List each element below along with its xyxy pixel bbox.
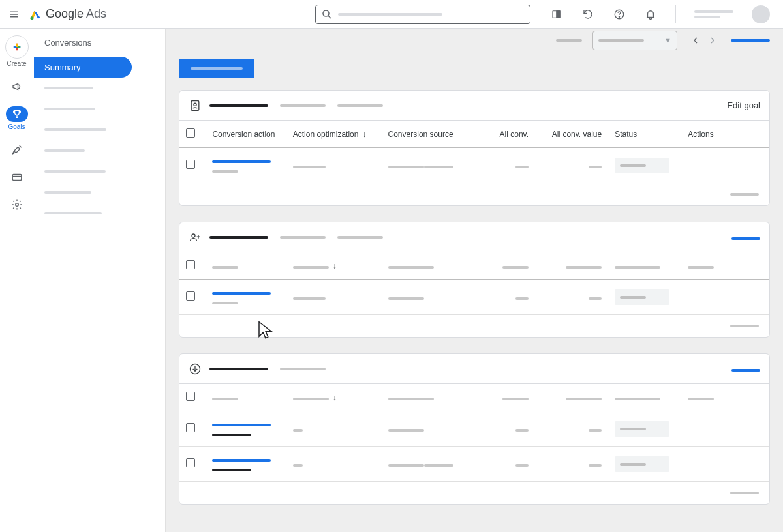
card-tab[interactable] xyxy=(337,236,383,239)
new-conversion-button[interactable] xyxy=(179,59,254,78)
breadcrumb: Conversions xyxy=(34,29,165,57)
conv-value-cell xyxy=(535,148,608,183)
conv-value-cell xyxy=(535,280,608,315)
search-icon xyxy=(321,8,333,20)
conversion-action-cell[interactable] xyxy=(206,148,286,183)
col-header[interactable]: ↓ xyxy=(286,384,382,411)
rail-goals[interactable]: Goals xyxy=(6,106,28,130)
bell-icon[interactable] xyxy=(644,8,657,21)
card-tab-active[interactable] xyxy=(209,104,268,107)
rail-tools[interactable] xyxy=(6,142,28,158)
status-cell xyxy=(608,148,681,183)
toolbar-link[interactable] xyxy=(731,39,770,42)
col-header[interactable] xyxy=(382,252,462,280)
edit-goal-link[interactable]: Edit goal xyxy=(727,100,760,110)
col-header[interactable] xyxy=(608,252,681,280)
sidebar-item[interactable] xyxy=(34,203,165,224)
col-header[interactable]: All conv. value xyxy=(535,121,608,148)
source-cell xyxy=(382,148,462,183)
sidebar-item-summary[interactable]: Summary xyxy=(34,57,132,78)
menu-icon[interactable] xyxy=(7,7,22,22)
rail-admin[interactable] xyxy=(6,197,28,213)
date-range-selector[interactable]: ▼ xyxy=(592,31,677,50)
rail-campaigns[interactable] xyxy=(6,79,28,95)
main-content: ▼ Edit goalConversion actionAction optim… xyxy=(166,29,783,532)
col-header[interactable] xyxy=(535,384,608,411)
col-header[interactable] xyxy=(206,384,286,411)
goal-card: Edit goalConversion actionAction optimiz… xyxy=(179,90,770,206)
sidebar-item[interactable] xyxy=(34,119,165,140)
optimization-cell xyxy=(286,447,382,482)
checkbox-all[interactable] xyxy=(186,392,195,401)
card-tab-active[interactable] xyxy=(209,236,268,239)
card-header-link[interactable] xyxy=(731,364,760,374)
all-conv-cell xyxy=(462,411,535,447)
all-conv-cell xyxy=(462,280,535,315)
col-header[interactable] xyxy=(382,384,462,411)
col-header[interactable] xyxy=(681,252,769,280)
checkbox-row[interactable] xyxy=(186,458,195,467)
search-input[interactable] xyxy=(315,5,530,24)
sidebar-item[interactable] xyxy=(34,161,165,182)
col-header[interactable] xyxy=(608,384,681,411)
sort-arrow-icon: ↓ xyxy=(362,130,366,139)
checkbox-row[interactable] xyxy=(186,291,195,301)
actions-cell[interactable] xyxy=(681,148,769,183)
col-header[interactable]: ↓ xyxy=(286,252,382,280)
account-label xyxy=(694,10,733,18)
optimization-cell xyxy=(286,280,382,315)
card-tab[interactable] xyxy=(280,236,326,239)
col-header[interactable] xyxy=(462,252,535,280)
sidebar-item[interactable] xyxy=(34,98,165,119)
rail-create-label: Create xyxy=(7,60,26,67)
rail-create[interactable]: Create xyxy=(5,35,29,67)
col-header[interactable]: All conv. xyxy=(462,121,535,148)
refresh-icon[interactable] xyxy=(581,8,594,21)
col-header[interactable]: Conversion action xyxy=(206,121,286,148)
table-row xyxy=(179,148,769,183)
appearance-icon[interactable] xyxy=(550,8,563,21)
sidebar-item[interactable] xyxy=(34,182,165,203)
checkbox-row[interactable] xyxy=(186,423,195,432)
sidebar-item[interactable] xyxy=(34,78,165,98)
rail-billing[interactable] xyxy=(6,170,28,185)
card-tab[interactable] xyxy=(280,368,326,370)
help-icon[interactable] xyxy=(613,8,626,21)
checkbox-all[interactable] xyxy=(186,128,195,138)
card-tab[interactable] xyxy=(280,104,326,107)
col-header[interactable]: Action optimization↓ xyxy=(286,121,382,148)
col-header[interactable] xyxy=(462,384,535,411)
col-header[interactable]: Status xyxy=(608,121,681,148)
download-icon xyxy=(189,362,202,376)
actions-cell[interactable] xyxy=(681,280,769,315)
col-header[interactable] xyxy=(535,252,608,280)
actions-cell[interactable] xyxy=(681,447,769,482)
nav-rail: Create Goals xyxy=(0,29,34,532)
col-header[interactable]: Conversion source xyxy=(382,121,462,148)
source-cell xyxy=(382,447,462,482)
card-tab-active[interactable] xyxy=(209,368,268,370)
checkbox-row[interactable] xyxy=(186,160,195,169)
card-icon xyxy=(11,171,23,183)
avatar[interactable] xyxy=(752,5,770,23)
conversion-action-cell[interactable] xyxy=(206,447,286,482)
col-header[interactable] xyxy=(206,252,286,280)
sidebar-item[interactable] xyxy=(34,140,165,161)
svg-point-10 xyxy=(619,16,619,17)
group-add-icon xyxy=(189,231,202,244)
col-header[interactable]: Actions xyxy=(681,121,769,148)
table-row xyxy=(179,447,769,482)
status-cell xyxy=(608,411,681,447)
card-tab[interactable] xyxy=(337,104,383,107)
col-header[interactable] xyxy=(681,384,769,411)
conversion-action-cell[interactable] xyxy=(206,411,286,447)
table-row xyxy=(179,411,769,447)
checkbox-all[interactable] xyxy=(186,260,195,269)
conversion-action-cell[interactable] xyxy=(206,280,286,315)
gear-icon xyxy=(11,199,23,211)
card-header-link[interactable] xyxy=(731,232,760,242)
product-logo: Google Ads xyxy=(29,7,106,21)
actions-cell[interactable] xyxy=(681,411,769,447)
prev-period-button[interactable] xyxy=(688,33,703,48)
wrench-icon xyxy=(11,144,23,156)
